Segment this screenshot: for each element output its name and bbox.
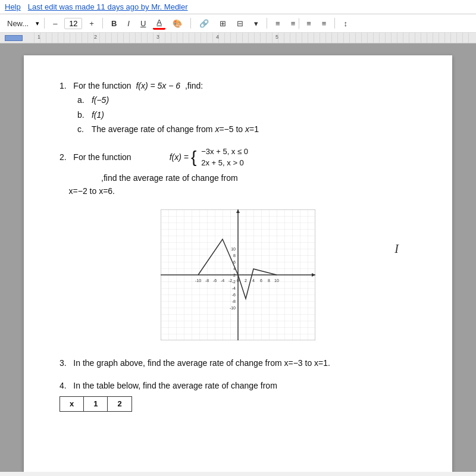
image-button[interactable]: ⊟ [233,18,247,29]
problem-1a-text: f(−5) [92,95,109,105]
svg-text:-6: -6 [232,293,236,297]
graph-section: 0 2 4 6 8 10 -2 -4 -6 -8 -10 2 4 6 8 [60,209,416,344]
underline-button[interactable]: U [137,18,149,29]
page-area[interactable]: 1. For the function f(x) = 5x − 6 ,find:… [0,43,476,472]
piecewise-case-2: 2x + 5, x > 0 [201,157,248,169]
svg-text:-8: -8 [205,278,209,283]
cursor-i-beam: I [394,239,399,258]
table-header-row: x 1 2 [60,396,132,412]
graph-svg: 0 2 4 6 8 10 -2 -4 -6 -8 -10 2 4 6 8 [161,209,315,340]
svg-text:-10: -10 [230,306,236,310]
toolbar-sep-4 [267,18,267,29]
dash-button[interactable]: – [49,18,61,29]
piecewise-case-1: −3x + 5, x ≤ 0 [201,146,248,158]
toolbar: New... ▾ – + B I U A 🎨 🔗 ⊞ ⊟ ▾ ≡ ≡ ≡ ≡ ↕ [0,14,476,33]
problem-1a: a. f(−5) [77,93,416,107]
problem-2-range: x=−2 to x=6. [60,186,115,196]
svg-text:-6: -6 [213,278,217,283]
ruler: 1 2 3 4 5 [0,33,476,43]
problem-1: 1. For the function f(x) = 5x − 6 ,find:… [60,79,416,136]
problem-1c: c. The average rate of change from x=−5 … [77,123,416,136]
problem-1-function: f(x) = 5x − 6 [136,81,180,90]
svg-text:-10: -10 [195,278,201,283]
svg-text:-4: -4 [221,278,224,283]
plus-button[interactable]: + [86,18,98,29]
align-left-button[interactable]: ≡ [272,18,284,29]
image-dropdown-button[interactable]: ▾ [250,18,262,29]
bold-button[interactable]: B [108,18,120,29]
dropdown-arrow-icon[interactable]: ▾ [36,20,39,27]
last-edit-text: Last edit was made 11 days ago by Mr. Me… [28,2,188,11]
align-right-button[interactable]: ≡ [303,18,315,29]
toolbar-sep-2 [102,18,103,29]
toolbar-sep-5 [334,18,335,29]
problem-4-number: 4. In the table below, find the average … [60,381,277,390]
svg-text:-2: -2 [232,280,236,284]
problem-3: 3. In the graph above, find the average … [60,356,416,369]
new-button[interactable]: New... [4,18,32,29]
font-color-button[interactable]: A [153,17,165,30]
svg-text:-4: -4 [232,286,236,290]
page-content: 1. For the function f(x) = 5x − 6 ,find:… [24,55,452,472]
problem-4: 4. In the table below, find the average … [60,379,416,412]
font-size-input[interactable] [64,18,82,29]
graph-container: 0 2 4 6 8 10 -2 -4 -6 -8 -10 2 4 6 8 [161,209,315,344]
svg-text:2: 2 [233,273,236,277]
svg-text:6: 6 [260,278,262,283]
toolbar-sep-1 [44,18,45,29]
table-col-1: 1 [84,396,108,412]
svg-text:-8: -8 [232,299,236,303]
toolbar-sep-3 [190,18,191,29]
svg-text:4: 4 [252,278,255,283]
help-link[interactable]: Help [5,2,21,11]
svg-text:6: 6 [233,260,236,264]
problem-2-number: 2. For the function [60,151,131,164]
problem-2-find-text: ,find the average rate of change from [60,173,238,183]
link-button[interactable]: 🔗 [196,18,212,29]
align-center-button[interactable]: ≡ [287,18,300,29]
italic-button[interactable]: I [124,18,133,29]
align-justify-button[interactable]: ≡ [318,18,330,29]
svg-text:8: 8 [268,278,270,283]
svg-text:10: 10 [274,278,279,283]
top-bar: Help Last edit was made 11 days ago by M… [0,0,476,14]
svg-text:2: 2 [245,278,247,283]
piecewise-brace: { [191,149,196,165]
svg-text:8: 8 [233,253,236,258]
piecewise-cases: −3x + 5, x ≤ 0 2x + 5, x > 0 [201,146,248,169]
problem-2: 2. For the function f(x) = { −3x + 5, x … [60,146,416,198]
svg-text:0: 0 [237,278,239,283]
table-col-2: 2 [108,396,131,412]
problem-2-fx-label: f(x) = [170,151,189,164]
problem-3-number: 3. In the graph above, find the average … [60,358,330,368]
comment-button[interactable]: ⊞ [216,18,230,29]
paint-bucket-button[interactable]: 🎨 [169,18,186,29]
line-spacing-button[interactable]: ↕ [340,18,351,29]
data-table: x 1 2 [60,396,132,412]
problem-1b: b. f(1) [77,108,416,121]
problem-1c-text: The average rate of change from x=−5 to … [92,124,259,134]
problem-1b-text: f(1) [92,110,104,120]
problem-1-number: 1. For the function [60,81,134,90]
problem-1-find: ,find: [183,81,203,90]
svg-text:10: 10 [231,247,236,251]
table-col-x: x [60,396,84,412]
